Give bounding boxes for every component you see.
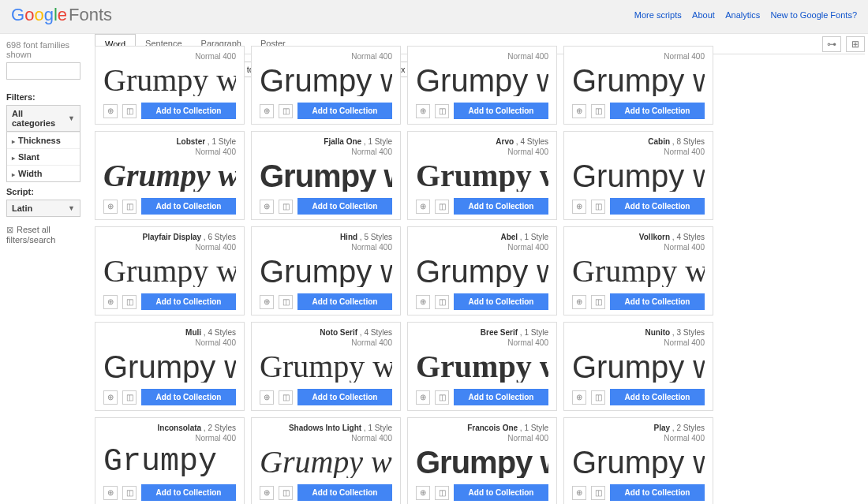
- nav-new[interactable]: New to Google Fonts?: [771, 10, 857, 20]
- specimen-text: Grumpy wiz: [103, 160, 236, 192]
- popout-icon[interactable]: ◫: [591, 104, 605, 118]
- add-to-collection-button[interactable]: Add to Collection: [610, 198, 705, 215]
- chevron-down-icon: ▼: [68, 204, 75, 212]
- popout-icon[interactable]: ◫: [279, 486, 293, 500]
- quick-use-icon[interactable]: ⊕: [416, 486, 430, 500]
- popout-icon[interactable]: ◫: [435, 390, 449, 405]
- font-card: Muli , 4 StylesNormal 400Grumpy wiz⊕◫Add…: [95, 322, 245, 411]
- quick-use-icon[interactable]: ⊕: [103, 295, 118, 309]
- card-header: Inconsolata , 2 StylesNormal 400: [103, 423, 236, 443]
- quick-use-icon[interactable]: ⊕: [260, 104, 274, 118]
- quick-use-icon[interactable]: ⊕: [103, 200, 118, 214]
- card-header: Normal 400: [260, 51, 392, 62]
- add-to-collection-button[interactable]: Add to Collection: [297, 103, 392, 119]
- add-to-collection-button[interactable]: Add to Collection: [454, 198, 548, 215]
- filter-thickness[interactable]: Thickness: [7, 132, 80, 148]
- quick-use-icon[interactable]: ⊕: [103, 486, 118, 500]
- add-to-collection-button[interactable]: Add to Collection: [297, 484, 392, 501]
- quick-use-icon[interactable]: ⊕: [572, 200, 586, 214]
- quick-use-icon[interactable]: ⊕: [416, 390, 430, 405]
- filters-label: Filters:: [6, 92, 80, 102]
- quick-use-icon[interactable]: ⊕: [572, 295, 586, 309]
- add-to-collection-button[interactable]: Add to Collection: [297, 293, 392, 310]
- popout-icon[interactable]: ◫: [591, 486, 605, 500]
- sidebar: 698 font families shown Filters: All cat…: [0, 34, 87, 504]
- font-card: Abel , 1 StyleNormal 400Grumpy wiz⊕◫Add …: [407, 226, 557, 315]
- view-link-icon[interactable]: ⊶: [822, 36, 841, 52]
- popout-icon[interactable]: ◫: [279, 295, 293, 309]
- categories-select[interactable]: All categories▼: [6, 105, 80, 132]
- add-to-collection-button[interactable]: Add to Collection: [454, 389, 548, 405]
- add-to-collection-button[interactable]: Add to Collection: [610, 293, 705, 310]
- logo[interactable]: GoogleFonts: [11, 5, 112, 25]
- font-card: Bree Serif , 1 StyleNormal 400Grumpy wiz…: [407, 322, 557, 411]
- popout-icon[interactable]: ◫: [591, 390, 605, 405]
- popout-icon[interactable]: ◫: [122, 486, 137, 500]
- popout-icon[interactable]: ◫: [435, 200, 449, 214]
- quick-use-icon[interactable]: ⊕: [416, 200, 430, 214]
- add-to-collection-button[interactable]: Add to Collection: [610, 103, 705, 119]
- popout-icon[interactable]: ◫: [435, 295, 449, 309]
- font-card: Vollkorn , 4 StylesNormal 400Grumpy wiz⊕…: [563, 226, 713, 315]
- popout-icon[interactable]: ◫: [122, 295, 137, 309]
- script-select[interactable]: Latin▼: [6, 200, 80, 217]
- specimen-text: Grumpy wiz: [416, 160, 548, 192]
- card-header: Normal 400: [572, 51, 705, 62]
- add-to-collection-button[interactable]: Add to Collection: [297, 389, 392, 405]
- add-to-collection-button[interactable]: Add to Collection: [141, 198, 236, 215]
- font-card: Shadows Into Light , 1 StyleNormal 400Gr…: [251, 417, 401, 504]
- nav-analytics[interactable]: Analytics: [725, 10, 760, 20]
- reset-filters[interactable]: Reset all filters/search: [6, 225, 80, 245]
- specimen-text: Grumpy wiz: [260, 256, 392, 287]
- card-header: Arvo , 4 StylesNormal 400: [416, 136, 548, 157]
- add-to-collection-button[interactable]: Add to Collection: [297, 198, 392, 215]
- popout-icon[interactable]: ◫: [279, 104, 293, 118]
- quick-use-icon[interactable]: ⊕: [260, 390, 274, 405]
- nav-about[interactable]: About: [692, 10, 715, 20]
- quick-use-icon[interactable]: ⊕: [572, 486, 586, 500]
- filter-width[interactable]: Width: [7, 165, 80, 181]
- script-label: Script:: [6, 187, 80, 196]
- quick-use-icon[interactable]: ⊕: [103, 104, 118, 118]
- font-card: Arvo , 4 StylesNormal 400Grumpy wiz⊕◫Add…: [407, 131, 557, 220]
- search-input[interactable]: [6, 62, 80, 80]
- add-to-collection-button[interactable]: Add to Collection: [454, 103, 548, 119]
- add-to-collection-button[interactable]: Add to Collection: [141, 103, 236, 119]
- add-to-collection-button[interactable]: Add to Collection: [141, 484, 236, 501]
- specimen-text: Grumpy wiz: [103, 65, 236, 96]
- quick-use-icon[interactable]: ⊕: [260, 486, 274, 500]
- view-grid-icon[interactable]: ⊞: [846, 36, 865, 52]
- popout-icon[interactable]: ◫: [435, 486, 449, 500]
- quick-use-icon[interactable]: ⊕: [260, 200, 274, 214]
- quick-use-icon[interactable]: ⊕: [572, 104, 586, 118]
- specimen-text: Grumpy wiz: [572, 256, 705, 287]
- popout-icon[interactable]: ◫: [122, 104, 137, 118]
- quick-use-icon[interactable]: ⊕: [103, 390, 118, 405]
- specimen-text: Grumpy wiz: [260, 65, 392, 96]
- popout-icon[interactable]: ◫: [122, 390, 137, 405]
- add-to-collection-button[interactable]: Add to Collection: [141, 389, 236, 405]
- quick-use-icon[interactable]: ⊕: [260, 295, 274, 309]
- popout-icon[interactable]: ◫: [279, 390, 293, 405]
- filter-slant[interactable]: Slant: [7, 148, 80, 165]
- specimen-text: Grumpy wiz: [103, 351, 236, 383]
- font-card: Lobster , 1 StyleNormal 400Grumpy wiz⊕◫A…: [95, 131, 245, 220]
- popout-icon[interactable]: ◫: [591, 200, 605, 214]
- quick-use-icon[interactable]: ⊕: [416, 295, 430, 309]
- popout-icon[interactable]: ◫: [591, 295, 605, 309]
- add-to-collection-button[interactable]: Add to Collection: [610, 389, 705, 405]
- font-card: Fjalla One , 1 StyleNormal 400Grumpy wiz…: [251, 131, 401, 220]
- chevron-down-icon: ▼: [68, 114, 75, 122]
- add-to-collection-button[interactable]: Add to Collection: [141, 293, 236, 310]
- quick-use-icon[interactable]: ⊕: [416, 104, 430, 118]
- quick-use-icon[interactable]: ⊕: [572, 390, 586, 405]
- specimen-text: Grumpy wiz: [416, 256, 548, 287]
- popout-icon[interactable]: ◫: [122, 200, 137, 214]
- add-to-collection-button[interactable]: Add to Collection: [454, 484, 548, 501]
- add-to-collection-button[interactable]: Add to Collection: [610, 484, 705, 501]
- popout-icon[interactable]: ◫: [279, 200, 293, 214]
- nav-more-scripts[interactable]: More scripts: [634, 10, 682, 20]
- popout-icon[interactable]: ◫: [435, 104, 449, 118]
- add-to-collection-button[interactable]: Add to Collection: [454, 293, 548, 310]
- card-header: Vollkorn , 4 StylesNormal 400: [572, 232, 705, 252]
